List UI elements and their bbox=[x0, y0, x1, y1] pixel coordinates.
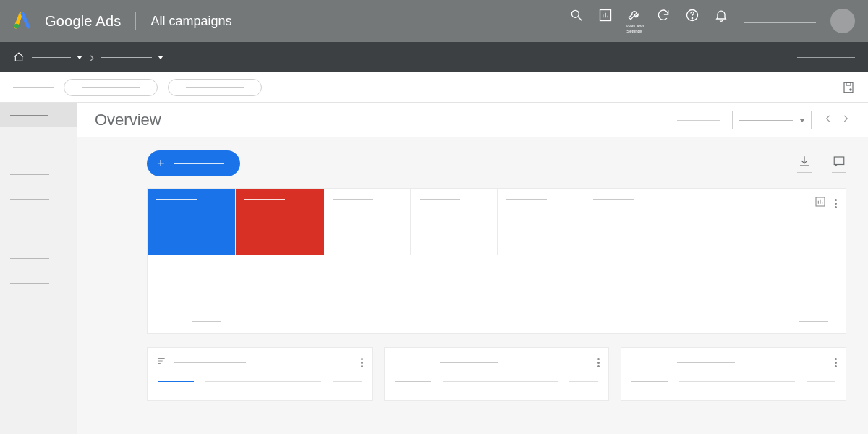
user-avatar[interactable] bbox=[830, 9, 855, 33]
sidebar-item-4[interactable] bbox=[0, 211, 77, 236]
next-period-icon[interactable] bbox=[841, 114, 851, 127]
summary-card-0 bbox=[147, 347, 373, 401]
svg-point-8 bbox=[692, 18, 692, 19]
filter-pill-2[interactable] bbox=[168, 79, 262, 96]
breadcrumb-bar: › bbox=[0, 42, 868, 72]
left-sidebar bbox=[0, 103, 77, 434]
metric-tile-3[interactable] bbox=[411, 189, 498, 255]
breadcrumb-level-1[interactable] bbox=[32, 56, 82, 59]
home-icon[interactable] bbox=[13, 51, 25, 63]
account-label[interactable] bbox=[744, 22, 816, 23]
card-title bbox=[174, 362, 246, 363]
table-row[interactable] bbox=[395, 391, 599, 391]
breadcrumb-separator-icon: › bbox=[90, 50, 94, 65]
table-row[interactable] bbox=[631, 381, 835, 382]
google-ads-logo-icon bbox=[13, 12, 32, 30]
summary-card-1 bbox=[384, 347, 610, 401]
breadcrumb-level-2[interactable] bbox=[101, 56, 163, 59]
breadcrumb-right-link[interactable] bbox=[797, 57, 855, 58]
brand-name: Google Ads bbox=[45, 13, 121, 30]
table-row[interactable] bbox=[395, 381, 599, 382]
table-row[interactable] bbox=[631, 391, 835, 391]
sidebar-item-0[interactable] bbox=[0, 103, 77, 127]
y-axis-tick bbox=[165, 273, 182, 273]
sidebar-item-1[interactable] bbox=[0, 137, 77, 162]
metric-tile-4[interactable] bbox=[498, 189, 584, 255]
page-title: Overview bbox=[95, 111, 161, 129]
svg-line-2 bbox=[579, 17, 582, 21]
new-button-label bbox=[174, 163, 224, 164]
divider bbox=[135, 12, 136, 30]
app-header: Google Ads All campaigns Tools and Setti… bbox=[0, 0, 868, 42]
chevron-down-icon bbox=[158, 56, 163, 59]
date-range-dropdown[interactable] bbox=[732, 111, 812, 129]
expand-chart-icon[interactable] bbox=[814, 196, 826, 210]
sidebar-item-6[interactable] bbox=[0, 271, 77, 295]
download-icon[interactable] bbox=[797, 155, 812, 173]
table-row[interactable] bbox=[158, 391, 362, 391]
scope-label[interactable]: All campaigns bbox=[150, 14, 231, 29]
sidebar-item-3[interactable] bbox=[0, 187, 77, 211]
metric-tile-0[interactable] bbox=[148, 189, 236, 255]
chevron-down-icon bbox=[77, 56, 82, 59]
y-axis-tick bbox=[165, 294, 182, 294]
sidebar-item-2[interactable] bbox=[0, 162, 77, 187]
reports-icon[interactable] bbox=[598, 8, 613, 22]
x-axis-tick bbox=[192, 321, 221, 322]
header-tools: Tools and Settings bbox=[567, 8, 731, 33]
main-content: Overview + bbox=[77, 103, 868, 434]
new-campaign-button[interactable]: + bbox=[147, 150, 240, 176]
help-icon[interactable] bbox=[685, 8, 699, 22]
card-menu-icon[interactable] bbox=[597, 358, 600, 367]
performance-card bbox=[147, 188, 846, 334]
card-title bbox=[440, 362, 498, 363]
x-axis-tick bbox=[799, 321, 828, 322]
svg-rect-12 bbox=[834, 157, 844, 165]
svg-point-0 bbox=[14, 24, 19, 28]
svg-rect-10 bbox=[846, 82, 851, 85]
prev-period-icon[interactable] bbox=[823, 114, 833, 127]
save-view-icon[interactable] bbox=[842, 81, 855, 94]
svg-point-1 bbox=[571, 11, 579, 18]
performance-chart bbox=[148, 255, 846, 333]
date-pager bbox=[823, 114, 851, 127]
page-header-label bbox=[677, 120, 720, 121]
metric-selector-row bbox=[148, 189, 846, 255]
tools-label: Tools and Settings bbox=[625, 24, 644, 33]
search-icon[interactable] bbox=[569, 8, 584, 22]
refresh-icon[interactable] bbox=[656, 8, 671, 22]
card-menu-icon[interactable] bbox=[835, 358, 837, 367]
page-header: Overview bbox=[77, 103, 868, 137]
feedback-icon[interactable] bbox=[832, 155, 846, 173]
summary-card-2 bbox=[621, 347, 846, 401]
metric-tile-2[interactable] bbox=[324, 189, 411, 255]
card-menu-icon[interactable] bbox=[361, 358, 363, 367]
chevron-down-icon bbox=[799, 119, 805, 122]
sort-icon[interactable] bbox=[156, 356, 166, 369]
filter-bar bbox=[0, 72, 868, 103]
metric-tile-1[interactable] bbox=[236, 189, 324, 255]
table-row[interactable] bbox=[158, 381, 362, 382]
card-title bbox=[677, 362, 735, 363]
plus-icon: + bbox=[157, 157, 165, 170]
filter-pill-1[interactable] bbox=[64, 79, 158, 96]
notifications-icon[interactable] bbox=[714, 8, 728, 22]
svg-point-11 bbox=[850, 88, 851, 90]
filter-label bbox=[13, 87, 54, 88]
svg-rect-9 bbox=[844, 82, 853, 93]
sidebar-item-5[interactable] bbox=[0, 246, 77, 271]
summary-cards-row bbox=[77, 347, 868, 401]
metric-tile-5[interactable] bbox=[584, 189, 671, 255]
tools-settings-icon[interactable] bbox=[627, 8, 642, 22]
card-menu-icon[interactable] bbox=[835, 199, 837, 208]
